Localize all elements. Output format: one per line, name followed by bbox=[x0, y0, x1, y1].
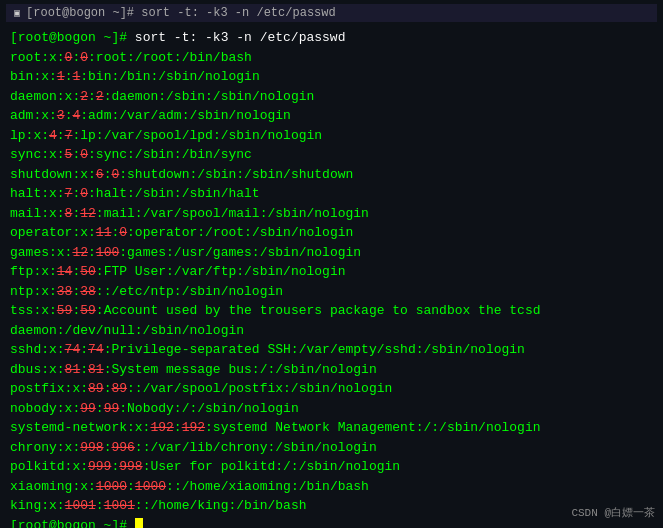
output-line: tss:x:59:59:Account used by the trousers… bbox=[10, 301, 653, 321]
output-line: sync:x:5:0:sync:/sbin:/bin/sync bbox=[10, 145, 653, 165]
output-line: dbus:x:81:81:System message bus:/:/sbin/… bbox=[10, 360, 653, 380]
output-line: polkitd:x:999:998:User for polkitd:/:/sb… bbox=[10, 457, 653, 477]
output-line: halt:x:7:0:halt:/sbin:/sbin/halt bbox=[10, 184, 653, 204]
output-line: systemd-network:x:192:192:systemd Networ… bbox=[10, 418, 653, 438]
cursor bbox=[135, 518, 143, 528]
output-line: root:x:0:0:root:/root:/bin/bash bbox=[10, 48, 653, 68]
output-line: xiaoming:x:1000:1000::/home/xiaoming:/bi… bbox=[10, 477, 653, 497]
output-line: daemon:x:2:2:daemon:/sbin:/sbin/nologin bbox=[10, 87, 653, 107]
output-line: bin:x:1:1:bin:/bin:/sbin/nologin bbox=[10, 67, 653, 87]
end-prompt: [root@bogon ~]# bbox=[10, 518, 135, 529]
output-line: chrony:x:998:996::/var/lib/chrony:/sbin/… bbox=[10, 438, 653, 458]
end-prompt-line: [root@bogon ~]# bbox=[10, 516, 653, 529]
output-line: games:x:12:100:games:/usr/games:/sbin/no… bbox=[10, 243, 653, 263]
output-line: adm:x:3:4:adm:/var/adm:/sbin/nologin bbox=[10, 106, 653, 126]
output-line: shutdown:x:6:0:shutdown:/sbin:/sbin/shut… bbox=[10, 165, 653, 185]
output-line: ntp:x:38:38::/etc/ntp:/sbin/nologin bbox=[10, 282, 653, 302]
output-line: nobody:x:99:99:Nobody:/:/sbin/nologin bbox=[10, 399, 653, 419]
terminal-content: [root@bogon ~]# sort -t: -k3 -n /etc/pas… bbox=[6, 26, 657, 528]
command: sort -t: -k3 -n /etc/passwd bbox=[127, 30, 345, 45]
output-line: operator:x:11:0:operator:/root:/sbin/nol… bbox=[10, 223, 653, 243]
prompt: [root@bogon ~]# bbox=[10, 30, 127, 45]
output-line: king:x:1001:1001::/home/king:/bin/bash bbox=[10, 496, 653, 516]
watermark: CSDN @白嫖一茶 bbox=[571, 505, 655, 520]
output-line: sshd:x:74:74:Privilege-separated SSH:/va… bbox=[10, 340, 653, 360]
window-icon: ▣ bbox=[14, 7, 20, 19]
terminal-window: ▣ [root@bogon ~]# sort -t: -k3 -n /etc/p… bbox=[0, 0, 663, 528]
output-line: postfix:x:89:89::/var/spool/postfix:/sbi… bbox=[10, 379, 653, 399]
output-line: mail:x:8:12:mail:/var/spool/mail:/sbin/n… bbox=[10, 204, 653, 224]
command-line: [root@bogon ~]# sort -t: -k3 -n /etc/pas… bbox=[10, 28, 653, 48]
title-text: [root@bogon ~]# sort -t: -k3 -n /etc/pas… bbox=[26, 6, 336, 20]
output-line: lp:x:4:7:lp:/var/spool/lpd:/sbin/nologin bbox=[10, 126, 653, 146]
title-bar: ▣ [root@bogon ~]# sort -t: -k3 -n /etc/p… bbox=[6, 4, 657, 22]
output-line: ftp:x:14:50:FTP User:/var/ftp:/sbin/nolo… bbox=[10, 262, 653, 282]
output-line: daemon:/dev/null:/sbin/nologin bbox=[10, 321, 653, 341]
